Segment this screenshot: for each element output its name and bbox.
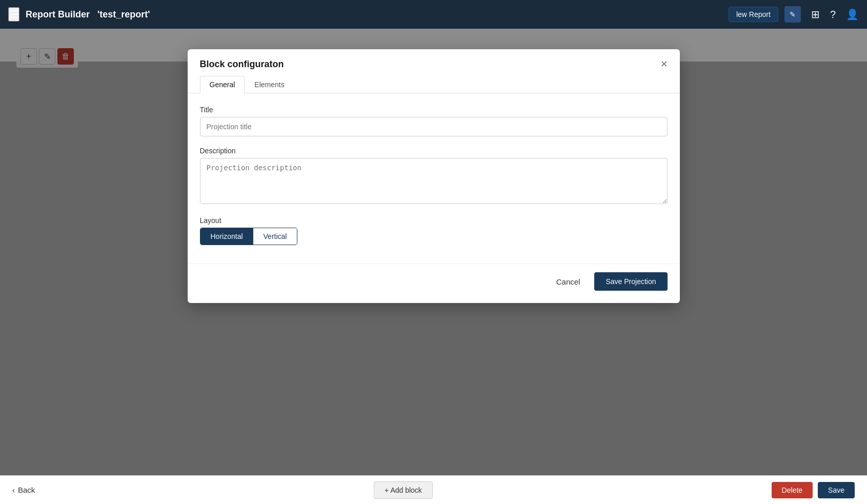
modal-header: Block configuraton ×	[188, 49, 680, 70]
back-arrow-icon: ‹	[12, 486, 15, 494]
layout-vertical-button[interactable]: Vertical	[253, 228, 297, 245]
bottom-right-buttons: Delete Save	[772, 482, 855, 498]
main-content: + ✎ 🗑 Block configuraton ×	[0, 29, 867, 475]
layout-label: Layout	[200, 216, 668, 225]
modal-overlay: Block configuraton × General Elements	[0, 29, 867, 475]
back-button[interactable]: ‹ Back	[12, 486, 35, 494]
preview-label: lew Report	[736, 10, 771, 18]
cancel-button[interactable]: Cancel	[548, 273, 589, 290]
tab-general[interactable]: General	[200, 76, 245, 93]
modal-close-button[interactable]: ×	[661, 58, 668, 70]
save-projection-button[interactable]: Save Projection	[594, 272, 667, 291]
grid-icon[interactable]: ⊞	[811, 8, 820, 21]
title-input[interactable]	[200, 117, 668, 136]
edit-report-icon-button[interactable]: ✎	[784, 6, 801, 23]
save-button[interactable]: Save	[818, 482, 855, 498]
description-form-group: Description	[200, 147, 668, 206]
modal-title: Block configuraton	[200, 59, 284, 70]
delete-button[interactable]: Delete	[772, 482, 813, 498]
preview-report-button[interactable]: lew Report	[729, 7, 778, 22]
user-icon[interactable]: 👤	[846, 8, 859, 21]
app-shell: ☰ Report Builder 'test_report' lew Repor…	[0, 0, 867, 504]
menu-icon[interactable]: ☰	[8, 7, 19, 22]
navbar: ☰ Report Builder 'test_report' lew Repor…	[0, 0, 867, 29]
modal-footer: Cancel Save Projection	[188, 264, 680, 303]
add-block-button-bottom[interactable]: + Add block	[374, 481, 433, 499]
help-icon[interactable]: ?	[830, 9, 836, 21]
title-label: Title	[200, 106, 668, 114]
title-form-group: Title	[200, 106, 668, 136]
layout-toggle: Horizontal Vertical	[200, 228, 298, 245]
navbar-title: Report Builder 'test_report'	[26, 9, 150, 20]
description-label: Description	[200, 147, 668, 155]
tab-elements[interactable]: Elements	[245, 76, 294, 93]
bottom-bar: ‹ Back + Add block Delete Save	[0, 475, 867, 504]
modal: Block configuraton × General Elements	[188, 49, 680, 303]
modal-body: Title Description Layout Horizontal	[188, 93, 680, 264]
layout-horizontal-button[interactable]: Horizontal	[200, 228, 253, 245]
modal-tabs: General Elements	[188, 70, 680, 93]
description-textarea[interactable]	[200, 158, 668, 204]
layout-form-group: Layout Horizontal Vertical	[200, 216, 668, 245]
